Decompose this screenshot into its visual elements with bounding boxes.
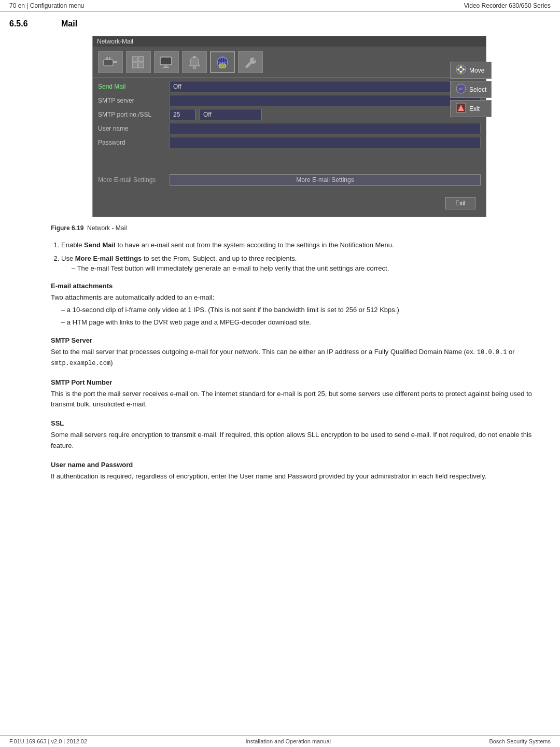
toolbar-globe-icon[interactable]: [210, 51, 235, 73]
svg-rect-5: [138, 57, 144, 62]
move-label: Move: [469, 67, 484, 74]
svg-rect-10: [163, 67, 169, 68]
email-attachments-list: a 10-second clip of i-frame only video a…: [51, 305, 551, 327]
toolbar-bell-icon[interactable]: [182, 51, 207, 73]
smtp-server-label: SMTP server: [98, 95, 165, 106]
smtp-ssl-value[interactable]: Off: [200, 109, 262, 120]
smtp-port-value[interactable]: 25: [170, 109, 195, 120]
username-label: User name: [98, 123, 165, 134]
section-heading: 6.5.6 Mail: [9, 19, 551, 29]
smtp-server-section-title: SMTP Server: [51, 336, 551, 344]
side-buttons: Move ↵ Select: [450, 62, 492, 117]
smtp-server-section: SMTP Server Set to the mail server that …: [51, 336, 551, 369]
send-mail-label: Send Mail: [98, 81, 165, 92]
smtp-port-section: SMTP Port Number This is the port the ma…: [51, 378, 551, 411]
send-mail-bold: Send Mail: [84, 241, 116, 249]
select-icon: ↵: [456, 83, 466, 95]
svg-rect-4: [132, 57, 137, 62]
send-mail-row: Send Mail Off: [98, 81, 481, 92]
more-email-label: More E-mail Settings: [98, 176, 165, 184]
svg-rect-1: [106, 57, 108, 60]
more-email-button[interactable]: More E-mail Settings: [170, 174, 481, 186]
user-password-title: User name and Password: [51, 461, 551, 469]
smtp-server-input[interactable]: [170, 95, 481, 106]
panel-title-bar: Network-Mail: [93, 36, 486, 47]
more-email-bold: More E-mail Settings: [75, 255, 142, 262]
svg-point-11: [193, 66, 196, 69]
header-right: Video Recorder 630/650 Series: [464, 2, 551, 9]
figure-num: Figure 6.19: [51, 224, 83, 232]
panel-title: Network-Mail: [97, 38, 133, 45]
attachment-item-1: a 10-second clip of i-frame only video a…: [61, 305, 551, 315]
smtp-example-ip: 10.0.0.1: [477, 349, 507, 356]
svg-rect-3: [113, 61, 117, 63]
form-area: Send Mail Off SMTP server SMTP port no./…: [93, 78, 486, 189]
svg-text:↵: ↵: [459, 86, 463, 92]
email-attachments-section: E-mail attachments Two attachments are a…: [51, 282, 551, 328]
smtp-server-row: SMTP server: [98, 95, 481, 106]
smtp-port-body: This is the port the mail server receive…: [51, 389, 551, 411]
toolbar-grid-icon[interactable]: [126, 51, 151, 73]
exit-label: Exit: [469, 105, 480, 112]
send-mail-value[interactable]: Off: [170, 81, 481, 92]
smtp-example-domain: smtp.example.com: [51, 360, 110, 367]
svg-rect-9: [164, 65, 167, 67]
move-icon: [456, 64, 466, 76]
svg-rect-12: [193, 56, 195, 58]
page-header: 70 en | Configuration menu Video Recorde…: [0, 0, 560, 12]
figure-description: Network - Mail: [86, 224, 127, 232]
select-button[interactable]: ↵ Select: [450, 81, 492, 98]
smtp-port-section-title: SMTP Port Number: [51, 378, 551, 386]
password-row: Password: [98, 137, 481, 148]
svg-rect-2: [109, 57, 110, 60]
email-attachments-title: E-mail attachments: [51, 282, 551, 290]
instruction-2: Use More E-mail Settings to set the From…: [61, 253, 551, 274]
toolbar-connection-icon[interactable]: [98, 51, 123, 73]
side-exit-icon: [456, 103, 466, 115]
user-password-section: User name and Password If authentication…: [51, 461, 551, 482]
more-email-row: More E-mail Settings More E-mail Setting…: [98, 174, 481, 186]
plug-icon: [102, 54, 119, 70]
smtp-port-label: SMTP port no./SSL: [98, 109, 165, 120]
svg-rect-7: [138, 63, 144, 68]
user-password-body: If authentication is required, regardles…: [51, 471, 551, 482]
wrench-icon: [242, 54, 259, 70]
ssl-section-title: SSL: [51, 419, 551, 427]
section-title: Mail: [61, 19, 77, 29]
ssl-body: Some mail servers require encryption to …: [51, 430, 551, 452]
figure-caption: Figure 6.19 Network - Mail: [51, 224, 551, 232]
toolbar-wrench-icon[interactable]: [238, 51, 263, 73]
footer-right: Bosch Security Systems: [489, 738, 551, 744]
password-input[interactable]: [170, 137, 481, 148]
move-button[interactable]: Move: [450, 62, 492, 79]
svg-rect-0: [104, 60, 113, 66]
svg-rect-8: [160, 57, 172, 65]
username-row: User name: [98, 123, 481, 134]
monitor-icon: [158, 54, 175, 70]
instructions-list: Enable Send Mail to have an e-mail sent …: [51, 240, 551, 274]
bell-icon: [186, 54, 203, 70]
ssl-section: SSL Some mail servers require encryption…: [51, 419, 551, 452]
select-label: Select: [469, 86, 486, 93]
section-number: 6.5.6: [9, 19, 40, 29]
side-exit-button[interactable]: Exit: [450, 100, 492, 117]
toolbar-monitor-icon[interactable]: [154, 51, 179, 73]
ui-panel-wrap: Network-Mail: [51, 36, 445, 217]
panel-exit-button[interactable]: Exit: [445, 197, 475, 209]
grid-icon: [130, 54, 147, 70]
page-footer: F.01U.169.663 | v2.0 | 2012.02 Installat…: [0, 735, 560, 747]
username-input[interactable]: [170, 123, 481, 134]
globe-icon: [214, 54, 231, 70]
instruction-1: Enable Send Mail to have an e-mail sent …: [61, 240, 551, 250]
instruction-2-sub1: The e-mail Test button will immediately …: [72, 263, 551, 274]
footer-left: F.01U.169.663 | v2.0 | 2012.02: [9, 738, 87, 744]
svg-rect-6: [132, 63, 137, 68]
icon-toolbar: [93, 47, 486, 78]
ui-panel: Network-Mail: [92, 36, 486, 217]
footer-center: Installation and Operation manual: [245, 738, 331, 744]
email-attachments-intro: Two attachments are automatically added …: [51, 292, 551, 303]
password-label: Password: [98, 137, 165, 148]
smtp-port-row: SMTP port no./SSL 25 Off: [98, 109, 481, 120]
header-left: 70 en | Configuration menu: [9, 2, 85, 9]
smtp-server-body: Set to the mail server that processes ou…: [51, 347, 551, 369]
